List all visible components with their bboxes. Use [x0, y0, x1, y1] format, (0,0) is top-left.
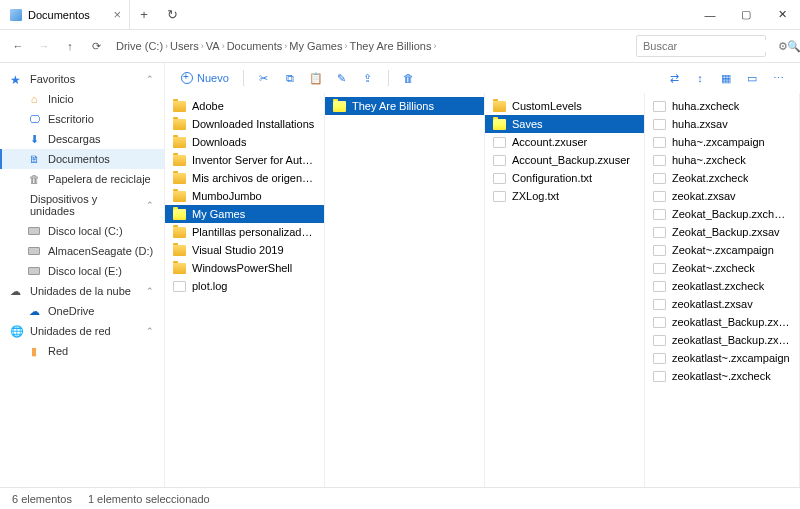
refresh-button[interactable]: ⟳	[84, 34, 108, 58]
list-item[interactable]: Zeokat~.zxcheck	[645, 259, 799, 277]
list-item[interactable]: zeokatlast_Backup.zxcheck	[645, 313, 799, 331]
forward-button[interactable]: →	[32, 34, 56, 58]
delete-button[interactable]: 🗑	[397, 66, 421, 90]
maximize-button[interactable]: ▢	[728, 0, 764, 30]
list-item[interactable]: zeokatlast~.zxcampaign	[645, 349, 799, 367]
item-label: Plantillas personalizadas de Office	[192, 226, 316, 238]
chevron-up-icon[interactable]: ⌃	[146, 326, 154, 336]
sidebar-item[interactable]: ⌂Inicio	[0, 89, 164, 109]
list-item[interactable]: Account.zxuser	[485, 133, 644, 151]
column: AdobeDownloaded InstallationsDownloadsIn…	[165, 93, 325, 487]
breadcrumb-segment[interactable]: VA	[206, 40, 220, 52]
list-item[interactable]: They Are Billions	[325, 97, 484, 115]
list-item[interactable]: huha~.zxcampaign	[645, 133, 799, 151]
minimize-button[interactable]: —	[692, 0, 728, 30]
sidebar-item[interactable]: ⬇Descargas	[0, 129, 164, 149]
list-item[interactable]: huha.zxsav	[645, 115, 799, 133]
sort-button[interactable]: ↕	[688, 66, 712, 90]
chevron-up-icon[interactable]: ⌃	[146, 286, 154, 296]
breadcrumb-segment[interactable]: Documents	[227, 40, 283, 52]
sidebar-item[interactable]: ▮Red	[0, 341, 164, 361]
file-icon	[653, 353, 666, 364]
list-item[interactable]: Downloaded Installations	[165, 115, 324, 133]
list-item[interactable]: zeokatlast~.zxcheck	[645, 367, 799, 385]
breadcrumb-segment[interactable]: Users	[170, 40, 199, 52]
view-button[interactable]: ▦	[714, 66, 738, 90]
new-tab-button[interactable]: +	[130, 7, 158, 22]
window-controls: — ▢ ✕	[692, 0, 800, 30]
file-icon	[653, 335, 666, 346]
close-tab-icon[interactable]: ×	[113, 7, 121, 22]
list-item[interactable]: Plantillas personalizadas de Office	[165, 223, 324, 241]
sidebar-item[interactable]: 🖵Escritorio	[0, 109, 164, 129]
list-item[interactable]: zeokat.zxsav	[645, 187, 799, 205]
chevron-up-icon[interactable]: ⌃	[146, 74, 154, 84]
list-item[interactable]: Visual Studio 2019	[165, 241, 324, 259]
folder-icon	[173, 227, 186, 238]
list-item[interactable]: Downloads	[165, 133, 324, 151]
list-item[interactable]: Zeokat_Backup.zxsav	[645, 223, 799, 241]
preview-button[interactable]: ▭	[740, 66, 764, 90]
search-box[interactable]: 🔍	[636, 35, 766, 57]
sidebar-item[interactable]: AlmacenSeagate (D:)	[0, 241, 164, 261]
breadcrumb[interactable]: Drive (C:)›Users›VA›Documents›My Games›T…	[116, 40, 634, 52]
list-item[interactable]: WindowsPowerShell	[165, 259, 324, 277]
sidebar-item[interactable]: 🗎Documentos	[0, 149, 164, 169]
swap-pane-button[interactable]: ⇄	[662, 66, 686, 90]
back-button[interactable]: ←	[6, 34, 30, 58]
list-item[interactable]: Adobe	[165, 97, 324, 115]
sidebar-group-header[interactable]: Dispositivos y unidades⌃	[0, 189, 164, 221]
item-label: Zeokat.zxcheck	[672, 172, 748, 184]
tab-active[interactable]: Documentos ×	[0, 0, 130, 29]
item-label: Papelera de reciclaje	[48, 173, 151, 185]
sidebar-item[interactable]: ☁OneDrive	[0, 301, 164, 321]
settings-button[interactable]: ⚙	[772, 35, 794, 57]
sidebar-group-header[interactable]: ★Favoritos⌃	[0, 69, 164, 89]
file-icon	[493, 155, 506, 166]
paste-button[interactable]: 📋	[304, 66, 328, 90]
search-input[interactable]	[643, 40, 781, 52]
list-item[interactable]: zeokatlast.zxsav	[645, 295, 799, 313]
list-item[interactable]: plot.log	[165, 277, 324, 295]
breadcrumb-segment[interactable]: My Games	[289, 40, 342, 52]
list-item[interactable]: ZXLog.txt	[485, 187, 644, 205]
item-label: Adobe	[192, 100, 224, 112]
sidebar-item[interactable]: 🗑Papelera de reciclaje	[0, 169, 164, 189]
breadcrumb-segment[interactable]: Drive (C:)	[116, 40, 163, 52]
list-item[interactable]: Saves	[485, 115, 644, 133]
list-item[interactable]: Zeokat.zxcheck	[645, 169, 799, 187]
copy-button[interactable]: ⧉	[278, 66, 302, 90]
list-item[interactable]: Mis archivos de origen de datos	[165, 169, 324, 187]
list-item[interactable]: MumboJumbo	[165, 187, 324, 205]
list-item[interactable]: Configuration.txt	[485, 169, 644, 187]
tab-history-button[interactable]: ↻	[158, 7, 186, 22]
list-item[interactable]: Account_Backup.zxuser	[485, 151, 644, 169]
chevron-up-icon[interactable]: ⌃	[146, 200, 154, 210]
sidebar-group-header[interactable]: ☁Unidades de la nube⌃	[0, 281, 164, 301]
list-item[interactable]: CustomLevels	[485, 97, 644, 115]
close-button[interactable]: ✕	[764, 0, 800, 30]
rename-button[interactable]: ✎	[330, 66, 354, 90]
item-icon: 🗎	[28, 153, 40, 165]
breadcrumb-segment[interactable]: They Are Billions	[349, 40, 431, 52]
more-button[interactable]: ⋯	[766, 66, 790, 90]
list-item[interactable]: huha.zxcheck	[645, 97, 799, 115]
list-item[interactable]: zeokatlast_Backup.zxsav	[645, 331, 799, 349]
share-button[interactable]: ⇪	[356, 66, 380, 90]
up-button[interactable]: ↑	[58, 34, 82, 58]
sidebar-item[interactable]: Disco local (C:)	[0, 221, 164, 241]
new-button[interactable]: Nuevo	[175, 72, 235, 84]
item-label: CustomLevels	[512, 100, 582, 112]
list-item[interactable]: Zeokat~.zxcampaign	[645, 241, 799, 259]
sidebar-item[interactable]: Disco local (E:)	[0, 261, 164, 281]
item-label: OneDrive	[48, 305, 94, 317]
list-item[interactable]: huha~.zxcheck	[645, 151, 799, 169]
list-item[interactable]: zeokatlast.zxcheck	[645, 277, 799, 295]
list-item[interactable]: My Games	[165, 205, 324, 223]
item-icon	[28, 265, 40, 277]
item-label: zeokatlast~.zxcheck	[672, 370, 771, 382]
list-item[interactable]: Inventor Server for AutoCAD	[165, 151, 324, 169]
cut-button[interactable]: ✂	[252, 66, 276, 90]
sidebar-group-header[interactable]: 🌐Unidades de red⌃	[0, 321, 164, 341]
list-item[interactable]: Zeokat_Backup.zxcheck	[645, 205, 799, 223]
